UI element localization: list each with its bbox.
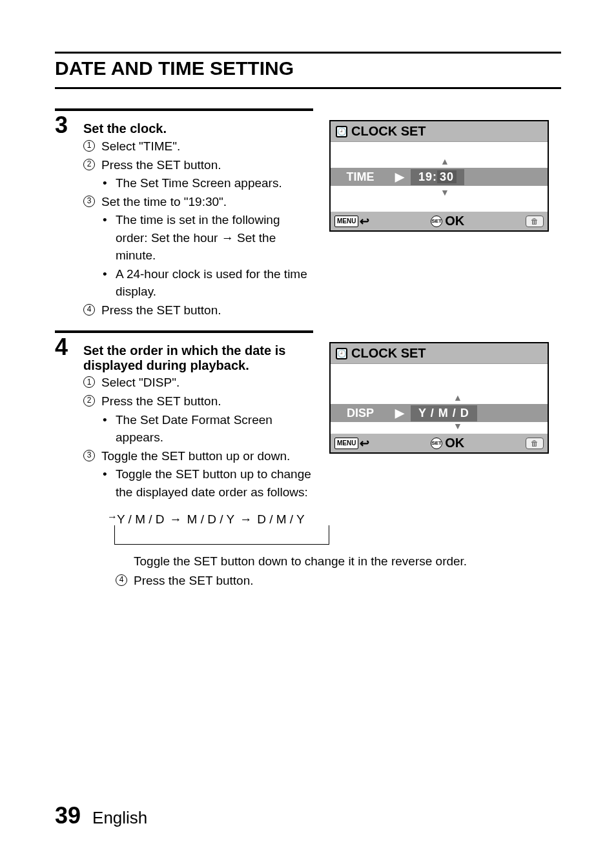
lcd-title-disp: CLOCK SET [351, 346, 426, 361]
lcd-label-disp: DISP [331, 407, 390, 420]
cycle-c: D / M / Y [257, 512, 305, 527]
step3-item4: Press the SET button. [101, 301, 313, 319]
lcd-title: CLOCK SET [351, 124, 426, 139]
circled-1-icon: 1 [83, 376, 95, 388]
step3-bullet3-1: The time is set in the following order: … [116, 211, 313, 265]
circled-4-icon: 4 [116, 574, 127, 586]
arrow-down-icon: ▼ [453, 421, 462, 431]
bullet-icon: • [103, 465, 109, 501]
bullet-icon: • [103, 265, 109, 301]
lcd-label-time: TIME [331, 170, 390, 184]
ok-text-disp: OK [445, 436, 464, 450]
step4-rule [55, 330, 313, 333]
step-4: 4 Set the order in which the date is dis… [55, 336, 561, 501]
circled-4-icon: 4 [83, 304, 95, 316]
set-badge-icon: SET [431, 216, 442, 227]
step3-number: 3 [55, 114, 73, 137]
set-badge-icon: SET [431, 438, 442, 449]
trash-icon: 🗑 [526, 438, 544, 449]
title-rule-bottom [55, 87, 561, 89]
lcd-time-value: 19:30 [411, 169, 464, 185]
circled-2-icon: 2 [83, 395, 95, 407]
step4-item3: Toggle the SET button up or down. [101, 447, 313, 465]
circled-1-icon: 1 [83, 140, 95, 152]
pointer-right-icon: ▶ [390, 406, 409, 420]
date-order-cycle: → Y / M / D → M / D / Y → D / M / Y [105, 512, 561, 545]
title-rule-top [55, 52, 561, 54]
step4-title: Set the order in which the date is displ… [83, 336, 313, 373]
step4-number: 4 [55, 336, 73, 359]
cycle-a: Y / M / D [117, 512, 165, 527]
step4-reverse-text: Toggle the SET button down to change it … [134, 552, 586, 570]
step3-item2: Press the SET button. [101, 156, 313, 174]
step3-bullet2-1: The Set Time Screen appears. [116, 174, 282, 192]
step3-rule [55, 108, 313, 111]
circled-2-icon: 2 [83, 159, 95, 170]
arrow-right-icon: → [240, 512, 252, 527]
circled-3-icon: 3 [83, 450, 95, 461]
arrow-right-icon: → [170, 512, 182, 527]
step4-item2: Press the SET button. [101, 392, 313, 410]
clock-icon: 🕘 [336, 348, 347, 359]
return-icon: ↩ [360, 214, 369, 228]
bullet-icon: • [103, 174, 109, 192]
lcd-clock-set-time: 🕘 CLOCK SET ▲ TIME ▶ 19:30 ▼ MENU↩ SETOK… [329, 120, 549, 232]
page-language: English [92, 808, 147, 828]
pointer-right-icon: ▶ [390, 170, 409, 184]
step3-item3: Set the time to "19:30". [101, 193, 313, 211]
menu-badge-icon: MENU [334, 438, 358, 449]
ok-text: OK [445, 214, 464, 228]
step4-bullet2-1: The Set Date Format Screen appears. [116, 411, 313, 447]
step4-bullet3-1: Toggle the SET button up to change the d… [116, 465, 313, 501]
step-3: 3 Set the clock. 1Select "TIME". 2Press … [55, 114, 561, 319]
arrow-up-icon: ▲ [440, 156, 449, 167]
trash-icon: 🗑 [526, 216, 544, 227]
lcd-clock-set-disp: 🕘 CLOCK SET ▲ DISP ▶ Y / M / D ▼ MENU↩ S… [329, 342, 549, 454]
step3-title: Set the clock. [83, 114, 167, 136]
clock-icon: 🕘 [336, 126, 347, 137]
page-title: DATE AND TIME SETTING [55, 57, 561, 79]
menu-badge-icon: MENU [334, 216, 358, 227]
step4-item1: Select "DISP". [101, 374, 313, 392]
arrow-down-icon: ▼ [440, 187, 449, 197]
arrow-up-icon: ▲ [453, 392, 462, 403]
bullet-icon: • [103, 211, 109, 265]
step4-item4: Press the SET button. [134, 572, 561, 590]
step3-item1: Select "TIME". [101, 137, 313, 156]
circled-3-icon: 3 [83, 196, 95, 207]
page-number: 39 [55, 802, 81, 829]
step3-bullet3-2: A 24-hour clock is used for the time dis… [116, 265, 313, 301]
lcd-disp-value: Y / M / D [411, 405, 477, 421]
bullet-icon: • [103, 411, 109, 447]
cycle-return-line [114, 525, 329, 545]
return-icon: ↩ [360, 436, 369, 450]
cycle-b: M / D / Y [187, 512, 235, 527]
page-footer: 39 English [55, 802, 147, 829]
cycle-arrow-icon: → [107, 511, 118, 523]
